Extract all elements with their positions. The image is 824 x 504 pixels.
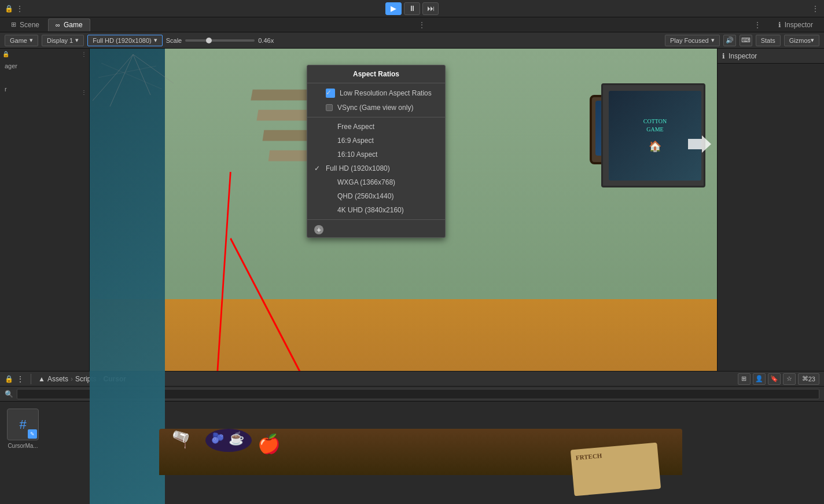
dropdown-item-low-res[interactable]: ✓ Low Resolution Aspect Ratios (307, 86, 445, 101)
play-button[interactable]: ▶ (385, 2, 402, 15)
display-chevron: ▾ (75, 36, 79, 44)
game-view[interactable]: 🦑 COTTON GAME COTTON GAME 🏠 (90, 49, 717, 504)
inspector-icon: ℹ (778, 21, 781, 29)
left-curtain (90, 49, 165, 504)
asset-label-cursor: CursorMa... (8, 443, 38, 449)
asset-icon-overlay: ✎ (28, 429, 37, 439)
game-tab-icon: ∞ (56, 21, 60, 28)
breadcrumb-assets[interactable]: Assets (47, 375, 68, 383)
svg-line-1 (110, 54, 133, 106)
divider-bottom (307, 219, 445, 220)
resolution-chevron: ▾ (154, 36, 157, 44)
top-toolbar: 🔒 ⋮ ▶ ⏸ ⏭ ⋮ (0, 0, 824, 17)
dropdown-item-4k[interactable]: 4K UHD (3840x2160) (307, 203, 445, 217)
dropdown-item-169[interactable]: 16:9 Aspect (307, 134, 445, 148)
aspect-ratio-dropdown: Aspect Ratios ✓ Low Resolution Aspect Ra… (307, 65, 446, 238)
resolution-dropdown[interactable]: Full HD (1920x1080) ▾ (87, 35, 163, 46)
scale-value: 0.46x (258, 37, 274, 44)
view-chevron: ▾ (30, 36, 33, 44)
toolbar-left: 🔒 ⋮ (5, 4, 24, 13)
dropdown-item-free-aspect[interactable]: Free Aspect (307, 120, 445, 134)
divider-top (307, 83, 445, 83)
inspector-tab-label: Inspector (785, 21, 813, 29)
pitcher: 🫗 (171, 430, 191, 449)
dropdown-item-wxga[interactable]: WXGA (1366x768) (307, 175, 445, 189)
gizmos-button[interactable]: Gizmos ▾ (784, 35, 819, 46)
bottom-icon-1[interactable]: ⊞ (738, 373, 751, 385)
dropdown-add-button[interactable]: + (307, 222, 445, 237)
free-aspect-label: Free Aspect (337, 123, 374, 131)
bottom-icon-3[interactable]: 🔖 (768, 373, 781, 385)
dropdown-header: Aspect Ratios (307, 65, 445, 80)
vsync-label: VSync (Game view only) (337, 104, 413, 112)
game-toolbar: Game ▾ Display 1 ▾ Full HD (1920x1080) ▾… (0, 32, 824, 49)
bottom-icon-star[interactable]: ☆ (783, 373, 796, 385)
bottom-more-icon[interactable]: ⋮ (17, 375, 24, 383)
toolbar-center: ▶ ⏸ ⏭ (385, 2, 439, 15)
tab-more-button[interactable]: ⋮ (418, 21, 425, 29)
low-res-label: Low Resolution Aspect Ratios (340, 89, 432, 97)
pause-button[interactable]: ⏸ (404, 2, 420, 15)
bottom-icon-2[interactable]: 👤 (753, 373, 766, 385)
scale-thumb[interactable] (206, 38, 212, 43)
scale-slider[interactable] (185, 39, 255, 42)
sidebar-lock-icon[interactable]: 🔒 (2, 51, 9, 57)
badge-icon: ⌘ (802, 375, 808, 382)
audio-button[interactable]: 🔊 (723, 35, 736, 46)
gizmos-label: Gizmos (789, 37, 811, 44)
svg-line-4 (101, 63, 162, 89)
bottom-lock-icon[interactable]: 🔒 (5, 375, 13, 383)
inspector-title: Inspector (729, 52, 757, 60)
play-focused-label: Play Focused (670, 37, 709, 44)
tab-bar: ⊞ Scene ∞ Game ⋮ ⋮ ℹ Inspector (0, 17, 824, 32)
display-dropdown[interactable]: Display 1 ▾ (42, 35, 84, 46)
right-cabinet: COTTON GAME 🏠 (601, 83, 717, 211)
search-icon: 🔍 (5, 390, 13, 398)
play-focused-chevron: ▾ (711, 36, 715, 44)
asset-item-cursor[interactable]: # ✎ CursorMa... (7, 409, 39, 449)
toolbar-right: ⋮ (811, 4, 819, 13)
step-button[interactable]: ⏭ (422, 2, 439, 15)
top-more-icon[interactable]: ⋮ (16, 4, 24, 13)
fullhd-label: Full HD (1920x1080) (326, 164, 390, 172)
scale-label: Scale (166, 37, 182, 44)
dropdown-item-fullhd[interactable]: Full HD (1920x1080) (307, 161, 445, 175)
inspector-tab[interactable]: ℹ Inspector (771, 19, 821, 31)
game-tab[interactable]: ∞ Game (48, 19, 90, 31)
view-label: Game (10, 37, 27, 44)
inspector-more-icon[interactable]: ⋮ (753, 20, 762, 30)
4k-label: 4K UHD (3840x2160) (337, 206, 404, 214)
dropdown-item-vsync[interactable]: VSync (Game view only) (307, 101, 445, 115)
breadcrumb-up-arrow[interactable]: ▲ (38, 375, 45, 383)
scene-tab-label: Scene (20, 21, 39, 29)
inspector-info-icon: ℹ (722, 52, 725, 60)
dropdown-item-qhd[interactable]: QHD (2560x1440) (307, 189, 445, 203)
resolution-label: Full HD (1920x1080) (93, 37, 152, 44)
divider-middle (307, 117, 445, 117)
dropdown-item-1610[interactable]: 16:10 Aspect (307, 148, 445, 161)
scale-container: Scale 0.46x (166, 37, 274, 44)
view-dropdown[interactable]: Game ▾ (5, 35, 38, 46)
sidebar-more2-icon[interactable]: ⋮ (81, 89, 87, 95)
lock-icon[interactable]: 🔒 (5, 5, 13, 13)
sidebar-manager-label: ager (0, 60, 89, 72)
stats-button[interactable]: Stats (756, 35, 781, 46)
sidebar-more-icon[interactable]: ⋮ (81, 51, 87, 57)
spider-web (93, 54, 174, 112)
gizmos-chevron: ▾ (811, 36, 814, 44)
qhd-label: QHD (2560x1440) (337, 192, 393, 200)
breadcrumb-sep1: › (71, 375, 73, 383)
asset-hash-icon: # (19, 417, 26, 432)
sidebar-r-label: r (0, 83, 89, 95)
bottom-badge[interactable]: ⌘ 23 (798, 373, 819, 385)
scene-tab[interactable]: ⊞ Scene (3, 19, 47, 31)
keyboard-button[interactable]: ⌨ (740, 35, 752, 46)
toolbar-right-more[interactable]: ⋮ (811, 4, 819, 13)
vsync-checkbox (326, 104, 333, 111)
game-tab-label: Game (64, 21, 83, 29)
asset-icon-cursor: # ✎ (7, 409, 39, 440)
play-focused-button[interactable]: Play Focused ▾ (665, 35, 720, 46)
169-label: 16:9 Aspect (337, 137, 374, 145)
wxga-label: WXGA (1366x768) (337, 178, 395, 186)
1610-label: 16:10 Aspect (337, 150, 377, 159)
